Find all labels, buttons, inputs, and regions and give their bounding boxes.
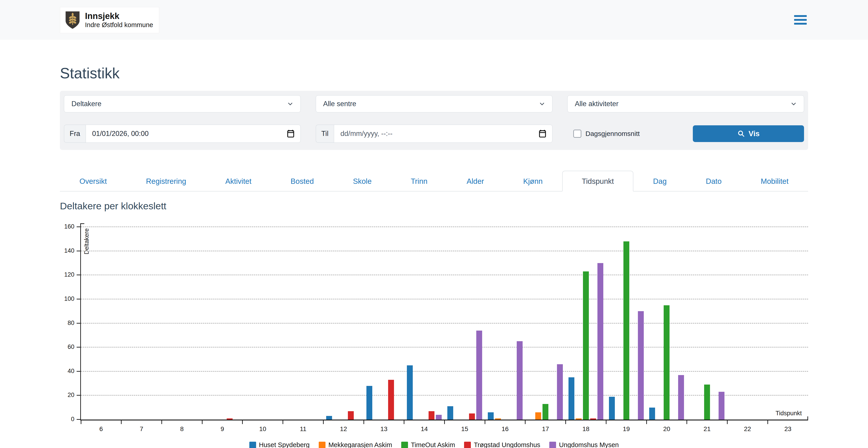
tab-mobilitet[interactable]: Mobilitet xyxy=(741,171,808,192)
tab-kjønn[interactable]: Kjønn xyxy=(504,171,562,192)
bar-ungdomshus-mysen-h14 xyxy=(436,415,442,419)
tab-oversikt[interactable]: Oversikt xyxy=(60,171,126,192)
x-tick-label: 16 xyxy=(502,425,508,433)
x-tick xyxy=(485,420,485,424)
tab-trinn[interactable]: Trinn xyxy=(391,171,447,192)
bar-timeout-askim-h17 xyxy=(542,404,548,419)
legend-swatch-icon xyxy=(401,442,408,448)
bar-timeout-askim-h18 xyxy=(583,271,589,419)
legend-label: Huset Spydeberg xyxy=(259,441,310,448)
x-tick xyxy=(202,420,203,424)
day-average-checkbox[interactable] xyxy=(573,130,581,138)
y-tick xyxy=(76,275,80,275)
x-axis-cap xyxy=(807,416,808,420)
legend-label: TimeOut Askim xyxy=(411,441,455,448)
gridline-60 xyxy=(81,347,808,347)
bar-huset-spydeberg-h15 xyxy=(447,406,453,419)
x-tick xyxy=(525,420,526,424)
x-tick-label: 8 xyxy=(180,425,184,433)
tab-skole[interactable]: Skole xyxy=(333,171,391,192)
hamburger-menu-icon[interactable] xyxy=(794,13,807,27)
gridline-40 xyxy=(81,371,808,372)
x-tick-label: 20 xyxy=(663,425,670,433)
x-axis-label: Tidspunkt xyxy=(776,410,802,417)
to-date-input[interactable] xyxy=(334,125,552,143)
x-tick-label: 10 xyxy=(259,425,266,433)
y-tick-label: 160 xyxy=(64,223,74,230)
bar-ungdomshus-mysen-h15 xyxy=(476,331,482,420)
x-tick-label: 17 xyxy=(542,425,549,433)
legend-item: Trøgstad Ungdomshus xyxy=(464,441,540,448)
calendar-icon[interactable] xyxy=(538,129,547,139)
bar-huset-spydeberg-h13 xyxy=(366,386,372,419)
legend-swatch-icon xyxy=(319,442,326,448)
x-tick xyxy=(283,420,283,424)
filter-panel: Deltakere Alle sentre Alle aktiviteter xyxy=(60,91,808,150)
y-axis-gutter: 020406080100120140160 xyxy=(60,227,80,420)
x-tick xyxy=(565,420,566,424)
legend-item: Ungdomshus Mysen xyxy=(549,441,619,448)
bar-trøgstad-ungdomshus-h15 xyxy=(469,413,475,419)
x-tick-label: 12 xyxy=(340,425,347,433)
y-tick xyxy=(76,323,80,323)
bar-chart: 020406080100120140160 Deltakere Tidspunk… xyxy=(60,227,808,420)
bar-huset-spydeberg-h12 xyxy=(326,416,332,419)
chevron-down-icon xyxy=(790,100,798,108)
gridline-140 xyxy=(81,251,808,251)
plot-area: Deltakere Tidspunkt 67891011121314151617… xyxy=(80,227,808,420)
tab-dag[interactable]: Dag xyxy=(633,171,686,192)
to-date-label: Til xyxy=(316,125,334,143)
x-tick-label: 15 xyxy=(461,425,468,433)
y-tick xyxy=(76,395,80,395)
tab-registrering[interactable]: Registrering xyxy=(126,171,206,192)
legend-item: TimeOut Askim xyxy=(401,441,455,448)
center-select[interactable]: Alle sentre xyxy=(316,95,553,112)
x-tick xyxy=(364,420,364,424)
from-date-label: Fra xyxy=(64,125,86,143)
tab-bosted[interactable]: Bosted xyxy=(271,171,333,192)
x-tick-label: 22 xyxy=(744,425,751,433)
legend-label: Trøgstad Ungdomshus xyxy=(474,441,540,448)
x-tick xyxy=(121,420,122,424)
bar-mekkegarasjen-askim-h18 xyxy=(576,418,582,419)
bar-ungdomshus-mysen-h21 xyxy=(719,392,724,419)
gridline-160 xyxy=(81,227,808,227)
y-tick xyxy=(76,227,80,227)
x-tick-label: 14 xyxy=(421,425,428,433)
search-icon xyxy=(737,130,745,138)
tab-alder[interactable]: Alder xyxy=(447,171,504,192)
x-tick-label: 7 xyxy=(140,425,143,433)
y-tick xyxy=(76,347,80,347)
calendar-icon[interactable] xyxy=(286,129,295,139)
bar-huset-spydeberg-h19 xyxy=(609,397,615,419)
x-tick-label: 21 xyxy=(704,425,711,433)
y-tick-label: 140 xyxy=(64,247,74,254)
app-logo[interactable]: Innsjekk Indre Østfold kommune xyxy=(60,7,159,33)
legend-label: Mekkegarasjen Askim xyxy=(329,441,392,448)
bar-mekkegarasjen-askim-h16 xyxy=(495,418,501,419)
stat-tabs: OversiktRegistreringAktivitetBostedSkole… xyxy=(60,171,808,192)
report-type-select[interactable]: Deltakere xyxy=(64,95,301,112)
y-axis-cap xyxy=(80,223,84,224)
bar-trøgstad-ungdomshus-h18 xyxy=(590,418,596,419)
tab-tidspunkt[interactable]: Tidspunkt xyxy=(562,171,633,192)
show-button[interactable]: Vis xyxy=(693,125,804,142)
x-tick-label: 13 xyxy=(380,425,388,433)
activity-select[interactable]: Alle aktiviteter xyxy=(567,95,804,112)
legend-swatch-icon xyxy=(249,442,256,448)
bar-huset-spydeberg-h16 xyxy=(488,412,494,419)
bar-ungdomshus-mysen-h19 xyxy=(638,311,644,419)
gridline-100 xyxy=(81,299,808,300)
tab-aktivitet[interactable]: Aktivitet xyxy=(206,171,271,192)
bar-huset-spydeberg-h14 xyxy=(407,365,413,419)
x-tick xyxy=(686,420,687,424)
app-subtitle: Indre Østfold kommune xyxy=(85,21,153,29)
gridline-80 xyxy=(81,323,808,323)
tab-dato[interactable]: Dato xyxy=(686,171,741,192)
y-tick xyxy=(76,419,80,420)
app-title: Innsjekk xyxy=(85,11,153,21)
bar-timeout-askim-h19 xyxy=(623,241,629,419)
legend-swatch-icon xyxy=(549,442,556,448)
from-date-input[interactable] xyxy=(86,125,301,143)
top-bar: Innsjekk Indre Østfold kommune xyxy=(0,0,868,40)
